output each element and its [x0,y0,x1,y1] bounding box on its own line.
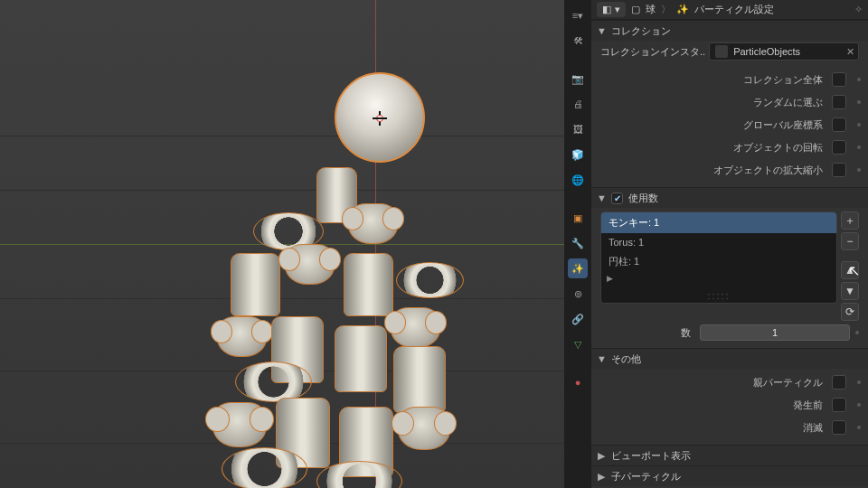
anim-dot[interactable] [857,100,861,104]
anim-dot[interactable] [857,78,861,81]
opt-dead-checkbox[interactable] [832,420,846,435]
properties-tabs: ≡▾ 🛠 📷 🖨 🖼 🧊 🌐 ▣ 🔧 ✨ ⊚ 🔗 ▽ ● [564,0,591,488]
tab-material-icon[interactable]: ● [568,372,588,392]
disclosure-closed-icon: ▶ [597,450,606,462]
count-field[interactable]: 1 [700,324,850,341]
section-collection-header[interactable]: ▼ コレクション [591,21,868,41]
section-collection-title: コレクション [611,24,671,38]
disclosure-open-icon: ▼ [597,353,606,364]
section-usecount-title: 使用数 [628,192,658,205]
crumb-object-icon: ▢ [631,4,640,15]
opt-global-label: グローバル座標系 [608,118,826,132]
section-children-title: 子パーティクル [611,470,681,483]
count-label: 数 [600,326,694,340]
breadcrumbs: ◧▾ ▢ 球 〉 ✨ パーティクル設定 ✧ [591,0,868,20]
section-extra-title: その他 [611,352,641,366]
list-remove-button[interactable]: − [841,232,859,250]
opt-global-checkbox[interactable] [832,117,846,132]
anim-dot[interactable] [857,380,861,384]
chevron-icon: 〉 [661,3,671,16]
opt-whole-label: コレクション全体 [608,73,826,87]
anim-dot[interactable] [857,403,861,407]
opt-unborn-label: 発生前 [608,399,826,412]
list-movedown-button[interactable]: ▼ [841,282,859,300]
crumb-object[interactable]: 球 [646,3,656,16]
collection-id-value: ParticleObjects [733,46,800,57]
section-viewport-title: ビューポート表示 [611,449,691,463]
3d-cursor [373,111,387,126]
opt-scale-checkbox[interactable] [832,163,846,177]
tab-scene-icon[interactable]: 🧊 [568,145,588,164]
list-item[interactable]: Torus: 1 [601,233,836,251]
disclosure-open-icon: ▼ [597,192,606,203]
section-extra-header[interactable]: ▼ その他 [591,349,868,369]
tab-render-icon[interactable]: 📷 [568,69,588,89]
list-add-button[interactable]: ＋ [841,211,859,230]
anim-dot[interactable] [857,145,861,149]
tab-world-icon[interactable]: 🌐 [568,170,588,190]
list-resize-handle[interactable]: ::::: [601,288,836,303]
opt-unborn-checkbox[interactable] [832,398,846,412]
header-dropdown[interactable]: ◧▾ [597,2,626,17]
list-expand[interactable]: ▶ [601,272,836,285]
tab-physics-icon[interactable]: ⊚ [568,284,588,304]
pin-icon[interactable]: ✧ [854,4,863,15]
opt-scale-label: オブジェクトの拡大縮小 [608,164,826,177]
disclosure-closed-icon: ▶ [597,471,606,483]
opt-random-checkbox[interactable] [832,95,846,109]
tab-viewlayer-icon[interactable]: 🖼 [568,119,588,139]
collection-instance-label: コレクションインスタ.. [600,45,705,59]
opt-random-label: ランダムに選ぶ [608,96,826,109]
tab-options-icon[interactable]: ≡▾ [568,5,588,25]
opt-rotation-label: オブジェクトの回転 [608,141,826,155]
disclosure-open-icon: ▼ [597,25,606,36]
section-viewport-header[interactable]: ▶ ビューポート表示 [591,446,868,465]
usecount-checkbox[interactable]: ✔ [611,192,623,204]
tab-constraints-icon[interactable]: 🔗 [568,309,588,329]
anim-dot[interactable] [857,168,861,172]
opt-rotation-checkbox[interactable] [832,140,846,155]
tab-tool-icon[interactable]: 🛠 [568,31,588,51]
list-item[interactable]: 円柱: 1 [601,251,836,272]
crumb-particles-icon: ✨ [676,4,689,15]
viewport-3d[interactable] [0,0,564,488]
anim-dot[interactable] [857,426,861,429]
tab-data-icon[interactable]: ▽ [568,334,588,354]
usecount-list[interactable]: モンキー: 1 Torus: 1 円柱: 1 ▶ ::::: [600,211,837,304]
opt-parent-label: 親パーティクル [608,376,826,389]
crumb-settings[interactable]: パーティクル設定 [694,3,774,16]
tab-output-icon[interactable]: 🖨 [568,94,588,114]
anim-dot[interactable] [855,331,859,334]
list-item[interactable]: モンキー: 1 [601,212,836,233]
opt-dead-label: 消滅 [608,421,826,435]
anim-dot[interactable] [857,123,861,127]
tab-modifiers-icon[interactable]: 🔧 [568,233,588,253]
properties-editor: ≡▾ 🛠 📷 🖨 🖼 🧊 🌐 ▣ 🔧 ✨ ⊚ 🔗 ▽ ● ◧▾ ▢ 球 〉 ✨ … [564,0,868,488]
particle-pile [181,158,488,488]
tab-particles-icon[interactable]: ✨ [568,258,588,278]
collection-id-field[interactable]: ParticleObjects ✕ [709,42,859,61]
opt-whole-checkbox[interactable] [832,72,846,87]
opt-parent-checkbox[interactable] [832,375,846,389]
tab-object-icon[interactable]: ▣ [568,208,588,228]
list-moveup-button[interactable]: ▲ [841,261,859,279]
section-usecount-header[interactable]: ▼ ✔ 使用数 [591,188,868,208]
section-children-header[interactable]: ▶ 子パーティクル [591,466,868,486]
collection-icon [715,45,728,58]
list-refresh-button[interactable]: ⟳ [841,303,859,321]
clear-collection-icon[interactable]: ✕ [846,46,854,58]
